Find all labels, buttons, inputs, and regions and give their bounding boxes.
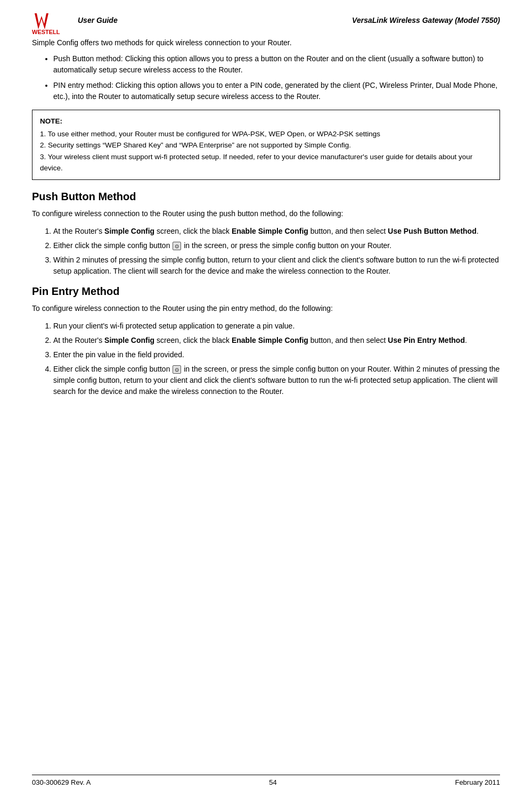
note-box: NOTE: 1. To use either method, your Rout… <box>32 110 500 180</box>
push-step-1-bold2: Enable Simple Config <box>232 227 308 235</box>
push-step-2: Either click the simple config button ⊙ … <box>53 240 500 251</box>
note-line-1: 1. To use either method, your Router mus… <box>40 128 492 140</box>
pin-step-3: Enter the pin value in the field provide… <box>53 349 500 360</box>
svg-marker-0 <box>35 13 48 29</box>
bullet-item-1: Push Button method: Clicking this option… <box>53 53 500 76</box>
page-footer: 030-300629 Rev. A 54 February 2011 <box>32 775 500 786</box>
product-title: VersaLink Wireless Gateway (Model 7550) <box>352 16 500 24</box>
westell-logo: WESTELL <box>32 11 69 35</box>
pin-step-4: Either click the simple config button ⊙ … <box>53 364 500 397</box>
push-step-1-bold1: Simple Config <box>104 227 154 235</box>
note-title: NOTE: <box>40 116 492 127</box>
push-step-1-bold3: Use Push Button Method <box>388 227 476 235</box>
bullet-2-text: PIN entry method: Clicking this option a… <box>53 81 497 101</box>
bullet-1-text: Push Button method: Clicking this option… <box>53 54 484 74</box>
user-guide-label: User Guide <box>78 16 118 24</box>
pin-step-2: At the Router's Simple Config screen, cl… <box>53 335 500 346</box>
pin-entry-steps: Run your client's wi-fi protected setup … <box>53 321 500 397</box>
pin-entry-intro: To configure wireless connection to the … <box>32 303 500 314</box>
pin-entry-heading: Pin Entry Method <box>32 285 500 298</box>
push-button-heading: Push Button Method <box>32 191 500 203</box>
footer-right: February 2011 <box>455 778 500 786</box>
footer-center: 54 <box>269 778 276 786</box>
push-button-intro: To configure wireless connection to the … <box>32 208 500 219</box>
push-button-steps: At the Router's Simple Config screen, cl… <box>53 226 500 277</box>
simple-config-icon-2: ⊙ <box>173 365 181 374</box>
push-step-1: At the Router's Simple Config screen, cl… <box>53 226 500 237</box>
pin-step-2-bold2: Enable Simple Config <box>232 336 308 344</box>
pin-step-1: Run your client's wi-fi protected setup … <box>53 321 500 332</box>
header-text-area: User Guide VersaLink Wireless Gateway (M… <box>78 11 500 24</box>
bullet-list: Push Button method: Clicking this option… <box>53 53 500 102</box>
simple-config-icon-1: ⊙ <box>173 242 181 250</box>
logo: WESTELL <box>32 11 69 36</box>
svg-text:WESTELL: WESTELL <box>32 29 60 35</box>
bullet-item-2: PIN entry method: Clicking this option a… <box>53 80 500 102</box>
page-header: WESTELL User Guide VersaLink Wireless Ga… <box>32 11 500 36</box>
note-line-3: 3. Your wireless client must support wi-… <box>40 151 492 174</box>
intro-text: Simple Config offers two methods for qui… <box>32 38 500 47</box>
push-step-3: Within 2 minutes of pressing the simple … <box>53 254 500 277</box>
note-line-2: 2. Security settings “WEP Shared Key” an… <box>40 139 492 151</box>
pin-step-2-bold1: Simple Config <box>104 336 154 344</box>
footer-left: 030-300629 Rev. A <box>32 778 91 786</box>
pin-step-2-bold3: Use Pin Entry Method <box>388 336 465 344</box>
